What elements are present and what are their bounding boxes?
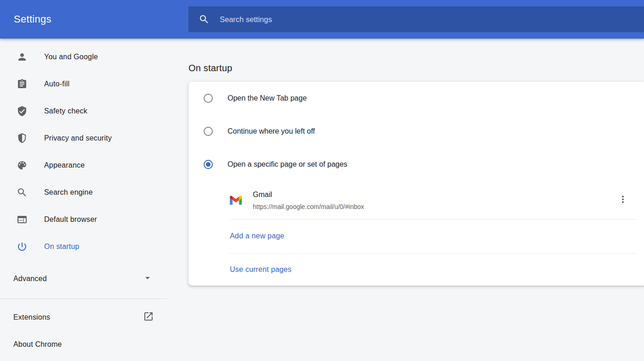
sidebar-item-privacy-security[interactable]: Privacy and security xyxy=(0,129,167,147)
sidebar-item-extensions[interactable]: Extensions xyxy=(0,308,167,327)
sidebar-item-search-engine[interactable]: Search engine xyxy=(0,183,167,202)
radio-option-continue[interactable]: Continue where you left off xyxy=(188,115,644,148)
sidebar-item-you-and-google[interactable]: You and Google xyxy=(0,48,167,66)
radio-button-unselected[interactable] xyxy=(204,94,213,103)
clipboard-icon xyxy=(17,79,28,90)
sidebar-item-advanced[interactable]: Advanced xyxy=(0,270,167,288)
palette-icon xyxy=(17,160,28,171)
sidebar-divider xyxy=(0,299,167,299)
sidebar: You and Google Auto-fill Safety check xyxy=(0,39,167,361)
sidebar-item-label: Auto-fill xyxy=(44,80,69,88)
advanced-label: Advanced xyxy=(13,275,47,283)
sidebar-item-label: Privacy and security xyxy=(44,134,112,142)
sidebar-item-appearance[interactable]: Appearance xyxy=(0,156,167,175)
magnifier-icon xyxy=(17,187,28,198)
settings-search-bar[interactable] xyxy=(188,6,644,32)
radio-option-specific-pages[interactable]: Open a specific page or set of pages xyxy=(188,148,644,181)
sidebar-item-safety-check[interactable]: Safety check xyxy=(0,102,167,120)
settings-content: You and Google Auto-fill Safety check xyxy=(0,39,644,361)
startup-page-info: Gmail https://mail.google.com/mail/u/0/#… xyxy=(253,189,364,211)
use-current-pages-link[interactable]: Use current pages xyxy=(230,265,291,274)
startup-page-row: Gmail https://mail.google.com/mail/u/0/#… xyxy=(188,181,644,219)
main-content: On startup Open the New Tab page Continu… xyxy=(188,39,644,361)
sidebar-item-label: Appearance xyxy=(44,161,85,169)
startup-page-url: https://mail.google.com/mail/u/0/#inbox xyxy=(253,202,364,211)
sidebar-item-autofill[interactable]: Auto-fill xyxy=(0,75,167,93)
sidebar-item-about-chrome[interactable]: About Chrome xyxy=(0,335,167,354)
radio-option-label: Open a specific page or set of pages xyxy=(228,160,348,169)
radio-option-new-tab[interactable]: Open the New Tab page xyxy=(188,82,644,115)
sidebar-item-label: Safety check xyxy=(44,107,87,115)
about-chrome-label: About Chrome xyxy=(13,340,62,349)
settings-header: Settings xyxy=(0,0,644,39)
shield-half-icon xyxy=(17,133,28,144)
startup-page-title: Gmail xyxy=(253,189,364,200)
section-title: On startup xyxy=(188,62,644,74)
search-icon xyxy=(199,14,210,25)
sidebar-item-label: Search engine xyxy=(44,188,93,197)
radio-option-label: Open the New Tab page xyxy=(228,94,307,102)
open-in-new-icon xyxy=(143,311,154,324)
page-title: Settings xyxy=(14,13,51,25)
browser-window-icon xyxy=(17,214,28,225)
more-options-button[interactable] xyxy=(615,192,631,209)
chevron-down-icon xyxy=(142,272,153,285)
radio-button-selected[interactable] xyxy=(204,160,213,169)
use-current-pages-row: Use current pages xyxy=(188,253,644,286)
sidebar-item-default-browser[interactable]: Default browser xyxy=(0,210,167,229)
gmail-icon xyxy=(230,195,242,205)
radio-button-unselected[interactable] xyxy=(204,127,213,136)
sidebar-item-label: Default browser xyxy=(44,215,97,224)
shield-check-icon xyxy=(17,106,28,117)
add-new-page-row: Add a new page xyxy=(188,219,644,253)
add-new-page-link[interactable]: Add a new page xyxy=(230,232,284,240)
sidebar-item-label: On startup xyxy=(44,243,80,251)
power-icon xyxy=(17,241,28,252)
on-startup-card: Open the New Tab page Continue where you… xyxy=(188,82,644,286)
sidebar-item-on-startup[interactable]: On startup xyxy=(0,237,167,256)
more-vert-icon xyxy=(617,194,628,206)
radio-option-label: Continue where you left off xyxy=(228,127,315,135)
extensions-label: Extensions xyxy=(13,313,50,322)
person-icon xyxy=(17,51,28,62)
sidebar-item-label: You and Google xyxy=(44,53,98,61)
search-input[interactable] xyxy=(219,15,644,24)
